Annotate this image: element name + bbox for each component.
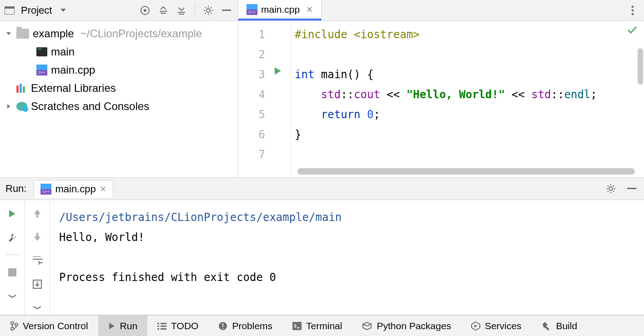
svg-line-10 <box>211 13 211 14</box>
run-console[interactable]: /Users/jetbrains/CLionProjects/example/m… <box>50 200 644 315</box>
hide-sidebar-icon[interactable] <box>220 4 233 17</box>
project-sidebar-header: Project <box>0 0 238 21</box>
line-number: 1 <box>238 25 291 45</box>
expand-all-icon[interactable] <box>156 4 170 17</box>
rerun-icon[interactable] <box>5 206 20 221</box>
statusbar-problems[interactable]: Problems <box>208 316 282 336</box>
svg-rect-40 <box>222 328 223 329</box>
code-token: :: <box>551 88 564 101</box>
code-token: 0 <box>367 108 373 121</box>
more-icon[interactable] <box>30 300 45 315</box>
run-tab-label: main.cpp <box>55 183 96 195</box>
run-controls-col1 <box>0 200 25 315</box>
select-opened-file-icon[interactable] <box>138 4 152 17</box>
more-icon[interactable] <box>5 289 20 303</box>
soft-wrap-icon[interactable] <box>30 253 45 268</box>
close-tab-icon[interactable]: ✕ <box>306 5 313 15</box>
hammer-icon <box>541 321 551 331</box>
tree-item-label: External Libraries <box>31 82 116 95</box>
run-line-icon[interactable] <box>274 66 282 75</box>
tree-external-libraries[interactable]: External Libraries <box>0 79 238 97</box>
down-arrow-icon[interactable] <box>30 230 45 245</box>
statusbar-label: Version Control <box>23 321 88 331</box>
svg-rect-26 <box>627 188 636 189</box>
cpp-file-icon <box>247 4 257 15</box>
line-number: 7 <box>238 145 291 165</box>
tree-scratches[interactable]: Scratches and Consoles <box>0 97 238 115</box>
code-editor[interactable]: 1 2 3 4 5 6 7 #include <iostream> int ma… <box>238 21 644 177</box>
code-content[interactable]: #include <iostream> int main() { std::co… <box>291 21 644 177</box>
svg-point-31 <box>15 323 18 326</box>
tree-item-main-exec[interactable]: main <box>0 43 238 61</box>
svg-line-25 <box>613 186 614 186</box>
editor-area: main.cpp ✕ 1 2 3 4 5 6 7 #include <io <box>238 0 644 177</box>
up-arrow-icon[interactable] <box>30 206 45 221</box>
svg-rect-1 <box>5 6 15 9</box>
line-number: 3 <box>238 65 291 85</box>
collapse-all-icon[interactable] <box>175 4 188 17</box>
console-output: Hello, World! <box>59 227 635 247</box>
run-panel-tab[interactable]: main.cpp ✕ <box>34 180 113 198</box>
scroll-to-end-icon[interactable] <box>30 277 45 291</box>
statusbar-label: TODO <box>171 321 198 331</box>
project-dropdown-icon[interactable] <box>56 4 70 17</box>
tree-item-main-cpp[interactable]: main.cpp <box>0 61 238 79</box>
svg-point-3 <box>144 9 146 12</box>
close-run-tab-icon[interactable]: ✕ <box>100 184 106 194</box>
svg-rect-37 <box>161 328 166 330</box>
inspection-ok-icon[interactable] <box>627 25 638 35</box>
code-token: int <box>295 68 321 81</box>
code-token: ; <box>590 88 597 101</box>
separator <box>6 255 19 255</box>
horizontal-scrollbar[interactable] <box>297 168 635 175</box>
svg-line-12 <box>211 7 211 8</box>
code-token: std <box>295 88 341 101</box>
editor-tab-main-cpp[interactable]: main.cpp ✕ <box>238 0 322 20</box>
code-token: return <box>295 108 367 121</box>
svg-rect-34 <box>157 326 159 327</box>
tree-root-example[interactable]: example ~/CLionProjects/example <box>0 25 238 43</box>
statusbar-todo[interactable]: TODO <box>147 316 208 336</box>
code-token: "Hello, World!" <box>407 88 512 101</box>
editor-more-icon[interactable] <box>621 0 644 20</box>
svg-point-4 <box>206 9 210 12</box>
project-title: Project <box>21 5 52 16</box>
statusbar-run[interactable]: Run <box>98 316 148 336</box>
statusbar-terminal[interactable]: Terminal <box>282 316 352 336</box>
code-token: main <box>321 68 347 81</box>
line-number: 5 <box>238 105 291 125</box>
statusbar-build[interactable]: Build <box>531 316 587 336</box>
terminal-icon <box>292 322 302 330</box>
libraries-icon <box>16 84 27 93</box>
code-token: :: <box>341 88 354 101</box>
code-token: cout <box>354 88 387 101</box>
run-panel-label: Run: <box>5 183 26 195</box>
stop-icon[interactable] <box>5 265 20 280</box>
wrench-icon[interactable] <box>5 230 20 245</box>
vertical-scrollbar[interactable] <box>638 48 643 85</box>
statusbar-label: Build <box>556 321 577 331</box>
hide-run-panel-icon[interactable] <box>625 182 639 196</box>
svg-point-14 <box>632 5 634 8</box>
svg-rect-33 <box>161 323 166 324</box>
settings-icon[interactable] <box>201 4 215 17</box>
code-token: endl <box>564 88 590 101</box>
statusbar-version-control[interactable]: Version Control <box>0 316 98 336</box>
statusbar-label: Problems <box>232 321 272 331</box>
code-token: () { <box>347 68 374 81</box>
statusbar-label: Services <box>485 321 522 331</box>
tree-item-label: main.cpp <box>51 64 95 76</box>
svg-rect-35 <box>161 326 166 327</box>
code-token: std <box>531 88 551 101</box>
run-settings-icon[interactable] <box>604 182 618 196</box>
svg-rect-13 <box>222 10 231 11</box>
statusbar: Version Control Run TODO Problems Termin… <box>0 315 644 336</box>
code-token: #include <box>295 28 354 41</box>
console-exit: Process finished with exit code 0 <box>59 267 635 287</box>
console-path: /Users/jetbrains/CLionProjects/example/m… <box>59 207 635 227</box>
code-token: } <box>295 128 301 141</box>
statusbar-services[interactable]: Services <box>461 316 532 336</box>
branch-icon <box>10 321 18 331</box>
line-number: 4 <box>238 85 291 105</box>
statusbar-python-packages[interactable]: Python Packages <box>352 316 461 336</box>
